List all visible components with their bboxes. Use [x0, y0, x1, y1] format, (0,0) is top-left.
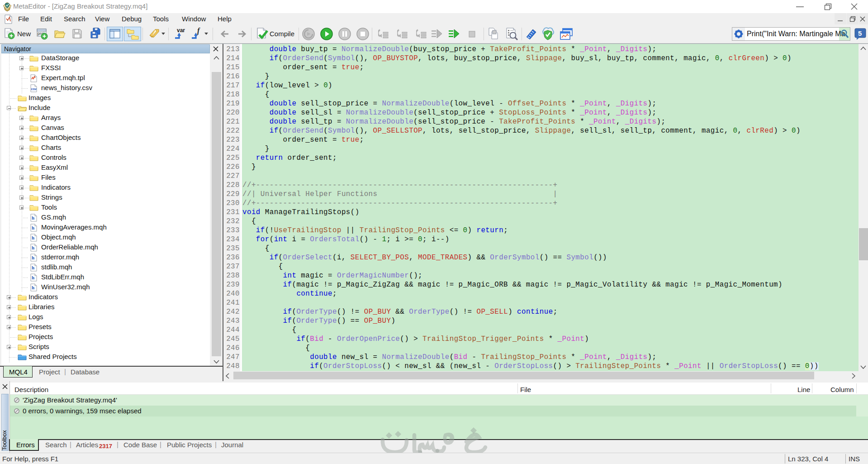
svg-text:f: f: [197, 27, 200, 35]
svg-text:h: h: [32, 225, 34, 230]
svg-text:h: h: [32, 235, 34, 240]
svg-text:var: var: [177, 27, 185, 33]
svg-text:h: h: [32, 245, 34, 250]
svg-text:h: h: [32, 265, 34, 270]
svg-text:csv: csv: [31, 87, 37, 91]
svg-text:h: h: [32, 285, 34, 290]
svg-text:h: h: [32, 275, 34, 280]
svg-text:h: h: [32, 215, 34, 220]
svg-text:5: 5: [858, 29, 862, 37]
svg-text:h: h: [32, 255, 34, 260]
